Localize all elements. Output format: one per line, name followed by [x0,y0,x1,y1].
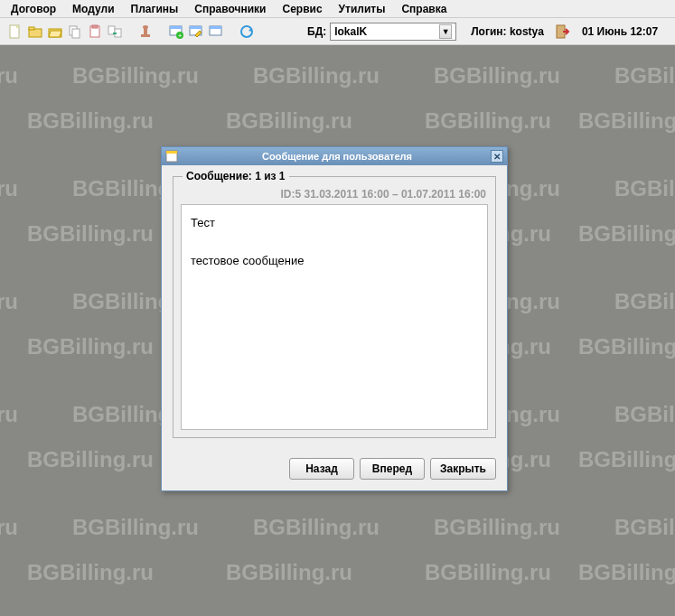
window-add-icon[interactable]: + [168,23,184,40]
dialog-app-icon [165,150,178,163]
transfer-icon[interactable] [107,23,123,40]
watermark-text: BGBilling.ru [226,108,352,134]
svg-rect-9 [92,25,98,28]
menu-plugins[interactable]: Плагины [124,1,186,17]
watermark-text: BGBilling.ru [425,560,551,585]
watermark-text: BGBilling.ru [72,63,199,89]
paste-icon[interactable] [87,23,103,40]
message-subject: Тест [191,214,478,233]
watermark-text: BGBilling.ru [27,334,154,359]
watermark-text: BGBilling.ru [27,221,154,247]
watermark-text: BGBilling.ru [425,108,551,134]
watermark-text: BGBilling.ru [226,560,352,585]
watermark-text: BGBilling.ru [0,289,18,314]
svg-rect-12 [141,34,150,37]
folder-open-icon[interactable] [47,23,63,40]
db-select[interactable]: lokalK ▼ [330,23,456,41]
svg-marker-5 [49,31,61,37]
close-button[interactable]: Закрыть [430,458,496,480]
svg-text:+: + [178,32,183,39]
message-counter: Сообщение: 1 из 1 [183,170,289,182]
toolbar: + БД: lokalK ▼ Логин: kostya 01 Июнь 12:… [0,18,675,45]
watermark-text: BGBilling.ru [614,63,675,89]
watermark-text: BGBilling.ru [578,447,675,472]
svg-rect-16 [170,26,182,29]
watermark-text: BGBilling.ru [614,515,675,540]
back-button[interactable]: Назад [289,458,354,480]
refresh-icon[interactable] [239,23,255,40]
watermark-text: BGBilling.ru [434,63,560,89]
watermark-text: BGBilling.ru [72,515,199,540]
menu-modules[interactable]: Модули [65,1,121,17]
watermark-text: BGBilling.ru [253,515,380,540]
watermark-text: BGBilling.ru [27,108,154,134]
watermark-text: BGBilling.ru [0,176,18,201]
watermark-text: BGBilling.ru [578,560,675,585]
svg-rect-7 [72,29,80,38]
message-meta: ID:5 31.03.2011 16:00 – 01.07.2011 16:00 [181,188,486,201]
forward-button[interactable]: Вперед [360,458,425,480]
menubar: Договор Модули Плагины Справочники Серви… [0,0,675,18]
message-body: тестовое сообщение [191,252,478,271]
svg-rect-27 [166,151,177,154]
workspace: BGBilling.ruBGBilling.ruBGBilling.ruBGBi… [0,45,675,616]
message-dialog: Сообщение для пользователя ✕ Сообщение: … [161,146,508,491]
svg-rect-3 [29,27,34,30]
dialog-titlebar[interactable]: Сообщение для пользователя ✕ [162,147,507,165]
menu-directories[interactable]: Справочники [187,1,273,17]
watermark-text: BGBilling.ru [614,289,675,314]
dialog-close-icon[interactable]: ✕ [491,150,503,163]
window-edit-icon[interactable] [188,23,204,40]
stamp-icon[interactable] [137,23,154,40]
datetime-label: 01 Июнь 12:07 [582,25,658,38]
copy-icon[interactable] [67,23,83,40]
menu-contract[interactable]: Договор [4,1,63,17]
dialog-button-row: Назад Вперед Закрыть [162,449,507,490]
dropdown-arrow-icon: ▼ [439,24,452,39]
svg-rect-22 [210,26,221,29]
watermark-text: BGBilling.ru [614,402,675,427]
watermark-text: BGBilling.ru [0,63,18,89]
dialog-title: Сообщение для пользователя [183,151,491,162]
watermark-text: BGBilling.ru [614,176,675,201]
watermark-text: BGBilling.ru [0,515,18,540]
folder-icon[interactable] [27,23,43,40]
watermark-text: BGBilling.ru [578,221,675,247]
menu-utilities[interactable]: Утилиты [332,1,393,17]
db-label: БД: [307,25,326,38]
svg-point-23 [241,26,252,37]
watermark-text: BGBilling.ru [434,515,560,540]
svg-rect-13 [144,28,147,34]
watermark-text: BGBilling.ru [27,447,154,472]
svg-point-14 [143,25,148,29]
watermark-text: BGBilling.ru [578,108,675,134]
menu-service[interactable]: Сервис [275,1,329,17]
window-icon[interactable] [208,23,224,40]
login-label: Логин: kostya [471,25,544,38]
db-select-value: lokalK [334,25,367,38]
exit-icon[interactable] [555,23,571,40]
svg-rect-20 [190,26,202,29]
message-fieldset: Сообщение: 1 из 1 ID:5 31.03.2011 16:00 … [173,176,496,438]
watermark-text: BGBilling.ru [578,334,675,359]
watermark-text: BGBilling.ru [253,63,380,89]
message-content: Тест тестовое сообщение [181,204,488,430]
menu-help[interactable]: Справка [394,1,454,17]
watermark-text: BGBilling.ru [27,560,154,585]
watermark-text: BGBilling.ru [0,402,18,427]
new-doc-icon[interactable] [7,23,23,40]
